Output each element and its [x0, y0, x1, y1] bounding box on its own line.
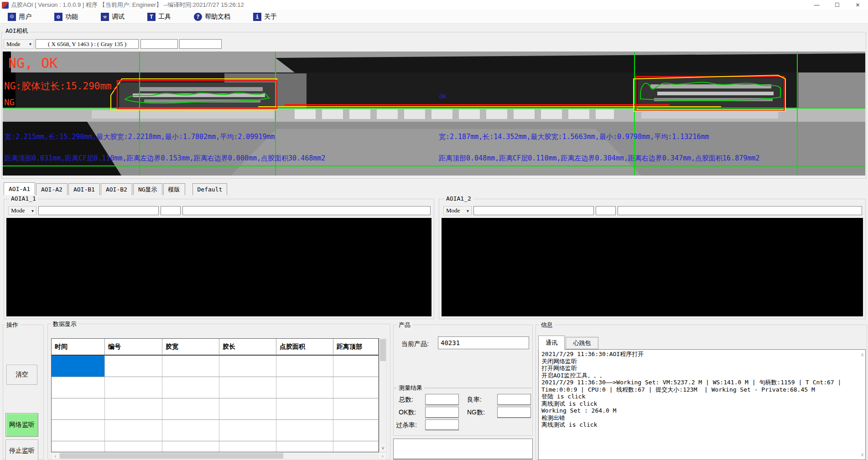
camera-image-view[interactable]: NG, OK NG:胶体过长:15.290mm, NG OK 宽:2.215mm…: [3, 52, 865, 176]
ng-message-text: NG:胶体过长:15.290mm,: [4, 81, 117, 92]
network-listen-button[interactable]: 网络监听: [5, 413, 38, 437]
app-window: 点胶AOI [ Version : 1.0.0.9 ] 程序 【当前用户: En…: [0, 0, 868, 460]
aoia1-2-field-1[interactable]: [473, 206, 594, 215]
camera-overlay: NG, OK NG:胶体过长:15.290mm, NG OK 宽:2.215mm…: [3, 52, 865, 176]
aoia1-1-field-3[interactable]: [182, 206, 431, 215]
tab-heartbeat[interactable]: 心跳包: [566, 337, 598, 349]
main-toolbar: ☺ 用户 ⚙ 功能 ⚒ 调试 T 工具 ? 帮助文档 i 关于: [0, 10, 868, 24]
aoia1-2-field-2[interactable]: [596, 206, 616, 215]
yield-value-box[interactable]: [497, 394, 531, 405]
aoia1-1-mode-dropdown[interactable]: Mode ▾: [8, 206, 36, 215]
toolbar-debug-button[interactable]: ⚒ 调试: [97, 12, 129, 22]
overkill-label: 过杀率:: [396, 421, 417, 429]
hscroll-thumb[interactable]: [60, 453, 283, 459]
aoia1-1-image-panel: [6, 218, 431, 316]
clear-button[interactable]: 清空: [6, 365, 37, 385]
camera-group-label: AOI相机: [4, 27, 30, 35]
aoia1-2-image-panel: [442, 218, 863, 316]
aoia1-2-mode-dropdown[interactable]: Mode ▾: [443, 206, 472, 215]
tab-aoi-a2[interactable]: AOI-A2: [36, 183, 68, 195]
minimize-button[interactable]: —: [806, 0, 827, 10]
close-button[interactable]: ✕: [847, 0, 868, 10]
stop-listen-button[interactable]: 停止监听: [5, 439, 38, 460]
gear-icon: ⚙: [54, 13, 62, 21]
total-label: 总数:: [399, 396, 413, 404]
toolbar-help-button[interactable]: ? 帮助文档: [190, 12, 234, 22]
product-group-label: 产品: [397, 321, 412, 329]
left-stats-line1: 宽:2.215mm,长:15.290mm,最大胶宽:2.2218mm,最小:1.…: [5, 133, 275, 141]
scroll-up-icon[interactable]: ∧: [860, 351, 864, 358]
column-header[interactable]: 胶宽: [162, 339, 219, 356]
scroll-right-icon[interactable]: ›: [379, 453, 386, 459]
scroll-down-icon[interactable]: ∨: [379, 444, 386, 452]
title-bar: 点胶AOI [ Version : 1.0.0.9 ] 程序 【当前用户: En…: [0, 0, 868, 10]
log-lines: 2021/7/29 11:36:30:AOI程序打开关闭网络监听打开网络监听开启…: [539, 350, 865, 429]
total-value-box[interactable]: [425, 394, 459, 405]
aoia1-2-group-label: AOIA1_2: [444, 195, 473, 202]
vscroll-thumb[interactable]: [380, 339, 386, 361]
column-header[interactable]: 编号: [105, 339, 162, 356]
chevron-down-icon: ▾: [29, 41, 31, 47]
chevron-down-icon: ▾: [467, 208, 469, 213]
aoia1-2-field-3[interactable]: [618, 206, 862, 215]
tools-icon: T: [147, 13, 156, 21]
aoia1-1-field-2[interactable]: [161, 206, 181, 215]
table-row: [52, 420, 379, 441]
tab-aoi-b2[interactable]: AOI-B2: [101, 183, 132, 195]
ok-value-box[interactable]: [425, 407, 459, 418]
scroll-left-icon[interactable]: ‹: [52, 453, 59, 459]
operation-group-label: 操作: [5, 321, 20, 329]
tab-template[interactable]: 模版: [163, 183, 185, 195]
overkill-value-box[interactable]: [425, 419, 459, 430]
table-row: [52, 356, 379, 377]
tab-comm[interactable]: 通讯: [538, 336, 565, 350]
data-table[interactable]: 时间 编号 胶宽 胶长 点胶面积 距离顶部: [51, 338, 379, 452]
aoia1-1-group-label: AOIA1_1: [9, 195, 38, 202]
results-extra-panel: [393, 439, 533, 460]
current-product-label: 当前产品:: [401, 340, 429, 348]
left-stats-line2: 距离顶部0.031mm,距离CF层0.110mm,距离左边界0.153mm,距离…: [5, 154, 325, 162]
column-header[interactable]: 点胶面积: [276, 339, 333, 356]
product-groupbox: [393, 325, 533, 388]
aoia1-1-field-1[interactable]: [38, 206, 159, 215]
table-row: [52, 377, 379, 398]
results-group-label: 测量结果: [397, 384, 424, 392]
ng-count-label: NG数:: [467, 408, 485, 417]
comm-log[interactable]: 2021/7/29 11:36:30:AOI程序打开关闭网络监听打开网络监听开启…: [538, 349, 866, 460]
current-product-input[interactable]: [438, 336, 529, 349]
camera-aux-field-1[interactable]: [140, 39, 178, 49]
column-header[interactable]: 胶长: [219, 339, 276, 356]
ng-value-box[interactable]: [497, 407, 531, 418]
tab-ng-display[interactable]: NG显示: [133, 183, 162, 195]
app-icon: [2, 2, 9, 9]
scroll-down-icon[interactable]: ∨: [860, 451, 864, 458]
camera-aux-field-2[interactable]: [179, 39, 222, 49]
help-icon: ?: [194, 13, 202, 21]
maximize-button[interactable]: ☐: [827, 0, 847, 10]
column-header[interactable]: 距离顶部: [333, 339, 379, 356]
tab-aoi-b1[interactable]: AOI-B1: [68, 183, 100, 195]
toolbar-tools-button[interactable]: T 工具: [143, 12, 175, 22]
toolbar-user-button[interactable]: ☺ 用户: [4, 12, 36, 22]
ok-count-label: OK数:: [399, 408, 416, 417]
tab-aoi-a1[interactable]: AOI-A1: [4, 182, 35, 195]
table-header-row: 时间 编号 胶宽 胶长 点胶面积 距离顶部: [52, 339, 379, 356]
tab-default[interactable]: Default: [192, 183, 228, 195]
toolbar-about-button[interactable]: i 关于: [249, 12, 281, 22]
table-vscrollbar[interactable]: ∨: [379, 338, 387, 452]
table-hscrollbar[interactable]: ‹ ›: [51, 452, 387, 460]
camera-mode-dropdown[interactable]: Mode ▾: [4, 39, 34, 49]
selected-cell[interactable]: [52, 356, 105, 377]
info-group-label: 信息: [539, 321, 555, 329]
table-row: [52, 441, 379, 452]
view-tab-strip: AOI-A1 AOI-A2 AOI-B1 AOI-B2 NG显示 模版 Defa…: [4, 182, 228, 195]
camera-coordinate-readout: ( X 6568, Y 1463 ) : ( Gray 135 ): [36, 39, 139, 49]
column-header[interactable]: 时间: [52, 339, 105, 356]
right-stats-line1: 宽:2.187mm,长:14.352mm,最大胶宽:1.5663mm,最小:0.…: [439, 133, 709, 141]
table-row: [52, 398, 379, 420]
window-title: 点胶AOI [ Version : 1.0.0.9 ] 程序 【当前用户: En…: [11, 1, 244, 9]
ok-flag-text: OK: [439, 93, 447, 100]
about-icon: i: [253, 13, 261, 21]
toolbar-function-button[interactable]: ⚙ 功能: [50, 12, 82, 22]
user-icon: ☺: [8, 13, 16, 21]
